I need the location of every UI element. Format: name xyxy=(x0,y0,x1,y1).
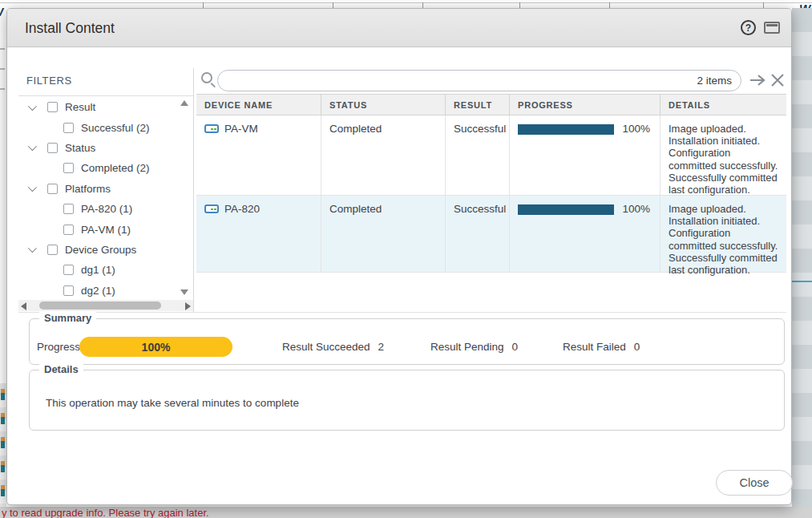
checkbox-status[interactable] xyxy=(47,143,58,153)
table-row-progress-cell[interactable]: 100% xyxy=(510,115,661,196)
summary-progress-value: 100% xyxy=(142,341,171,354)
filters-heading: FILTERS xyxy=(26,75,72,87)
table-row-progress-cell[interactable]: 100% xyxy=(510,196,661,273)
checkbox-pa-vm[interactable] xyxy=(63,225,74,235)
close-button[interactable]: Close xyxy=(716,470,793,496)
scroll-left-icon[interactable] xyxy=(21,302,26,310)
filter-group-result: Result xyxy=(20,97,177,117)
stat-result-pending: Result Pending 0 xyxy=(430,341,518,353)
filter-item-label[interactable]: Completed (2) xyxy=(81,162,150,174)
filter-group-label[interactable]: Result xyxy=(65,101,95,113)
filter-item-completed: Completed (2) xyxy=(20,158,177,178)
filter-group-device-groups: Device Groups xyxy=(20,240,177,260)
filters-tree: Result Successful (2) Status Completed (… xyxy=(20,97,177,298)
filter-item-dg1: dg1 (1) xyxy=(20,260,177,280)
stat-label: Result Succeeded xyxy=(282,341,370,353)
background-selection-line xyxy=(792,281,812,282)
filter-item-label[interactable]: PA-VM (1) xyxy=(81,224,131,236)
results-table: DEVICE NAME STATUS RESULT PROGRESS DETAI… xyxy=(196,94,786,273)
clear-filter-x-icon[interactable] xyxy=(769,72,786,91)
filter-item-label[interactable]: dg2 (1) xyxy=(81,285,115,297)
scroll-right-icon[interactable] xyxy=(185,302,191,310)
checkbox-device-groups[interactable] xyxy=(47,245,58,255)
result-text: Successful xyxy=(454,203,506,215)
checkbox-platforms[interactable] xyxy=(47,184,58,194)
checkbox-result[interactable] xyxy=(47,102,58,112)
checkbox-successful[interactable] xyxy=(63,123,74,133)
filter-item-label[interactable]: Successful (2) xyxy=(81,122,150,134)
stat-value: 2 xyxy=(378,341,385,353)
progress-bar-fill xyxy=(518,204,614,215)
chevron-down-icon[interactable] xyxy=(28,102,37,111)
chevron-down-icon[interactable] xyxy=(28,142,37,151)
details-section: Details This operation may take several … xyxy=(29,370,785,431)
progress-bar-fill xyxy=(518,124,614,135)
panel-bottom-border xyxy=(18,312,786,313)
checkbox-dg1[interactable] xyxy=(63,265,74,275)
tree-top-border xyxy=(18,95,193,96)
status-text: Completed xyxy=(329,123,382,135)
column-header-result[interactable]: RESULT xyxy=(446,94,510,115)
table-row-status-cell[interactable]: Completed xyxy=(321,196,446,273)
chevron-down-icon[interactable] xyxy=(28,244,37,253)
table-row-status-cell[interactable]: Completed xyxy=(321,115,446,196)
stat-label: Result Failed xyxy=(563,341,626,353)
progress-bar xyxy=(518,204,614,215)
details-legend: Details xyxy=(39,363,83,375)
background-row-strip xyxy=(792,8,812,507)
background-error-message: to read upgrade info. Please try again l… xyxy=(10,507,209,518)
table-row-device-cell[interactable]: PA-VM xyxy=(196,115,321,196)
dialog-title: Install Content xyxy=(25,20,115,37)
background-device-icon xyxy=(1,413,5,424)
status-text: Completed xyxy=(329,203,382,215)
summary-progress-bar: 100% xyxy=(79,337,232,357)
table-row-result-cell[interactable]: Successful xyxy=(446,196,510,273)
filter-group-label[interactable]: Device Groups xyxy=(65,244,136,256)
checkbox-dg2[interactable] xyxy=(63,285,74,296)
background-device-icon xyxy=(1,437,5,448)
error-text-fragment: y xyxy=(2,507,7,518)
table-row-details-cell[interactable]: Image uploaded. Installation initiated. … xyxy=(661,196,786,273)
background-clipped-text: W xyxy=(0,5,3,18)
background-dash xyxy=(0,88,5,90)
filter-group-status: Status xyxy=(20,138,177,158)
table-row-result-cell[interactable]: Successful xyxy=(446,115,510,196)
filter-item-label[interactable]: dg1 (1) xyxy=(81,264,115,276)
column-header-device-name[interactable]: DEVICE NAME xyxy=(196,94,321,115)
background-table-topline xyxy=(0,2,812,3)
background-dash xyxy=(0,48,5,50)
progress-percent-label: 100% xyxy=(622,203,653,215)
filter-item-label[interactable]: PA-820 (1) xyxy=(81,203,132,215)
summary-section: Summary Progress 100% Result Succeeded 2… xyxy=(29,318,785,365)
tree-horizontal-scrollbar[interactable] xyxy=(18,300,193,311)
apply-filter-arrow-icon[interactable] xyxy=(748,71,767,92)
checkbox-completed[interactable] xyxy=(63,163,74,173)
search-icon xyxy=(201,72,212,83)
device-icon xyxy=(204,204,219,213)
stat-result-failed: Result Failed 0 xyxy=(563,341,640,353)
scroll-down-icon[interactable] xyxy=(180,289,188,295)
filter-group-label[interactable]: Platforms xyxy=(65,183,111,195)
filter-item-successful: Successful (2) xyxy=(20,117,177,137)
filter-item-pa-820: PA-820 (1) xyxy=(20,199,177,219)
summary-legend: Summary xyxy=(39,312,96,324)
search-input[interactable] xyxy=(217,70,741,91)
maximize-window-icon[interactable] xyxy=(764,22,780,34)
column-header-status[interactable]: STATUS xyxy=(321,94,446,115)
checkbox-pa-820[interactable] xyxy=(63,204,74,214)
help-glyph: ? xyxy=(745,22,751,34)
chevron-down-icon[interactable] xyxy=(28,183,37,192)
table-row-details-cell[interactable]: Image uploaded. Installation initiated. … xyxy=(661,115,786,196)
scrollbar-thumb[interactable] xyxy=(39,301,161,310)
scroll-up-icon[interactable] xyxy=(180,100,188,106)
filter-group-label[interactable]: Status xyxy=(65,142,95,154)
device-name: PA-VM xyxy=(224,123,258,135)
column-header-progress[interactable]: PROGRESS xyxy=(510,94,661,115)
filter-item-dg2: dg2 (1) xyxy=(20,281,177,298)
help-icon[interactable]: ? xyxy=(741,20,756,35)
table-row-device-cell[interactable]: PA-820 xyxy=(196,196,321,273)
tree-vertical-scrollbar[interactable] xyxy=(179,97,189,298)
summary-progress-label: Progress xyxy=(37,341,80,353)
column-header-details[interactable]: DETAILS xyxy=(661,94,786,115)
background-device-icon xyxy=(1,485,5,496)
